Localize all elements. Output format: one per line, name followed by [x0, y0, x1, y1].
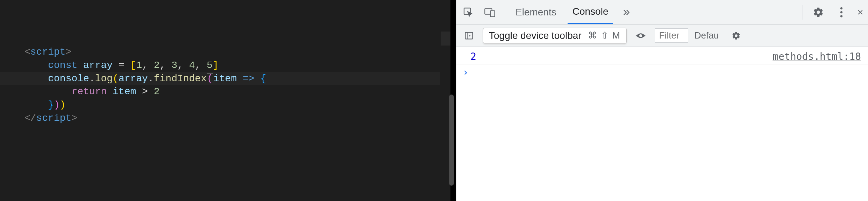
line-highlight — [0, 72, 440, 85]
prompt-caret-icon: › — [463, 67, 469, 78]
tooltip-label: Toggle device toolbar — [489, 30, 582, 41]
console-source-link[interactable]: methods.html:18 — [773, 51, 861, 62]
code-line: <script> — [24, 46, 440, 59]
console-prompt[interactable]: › — [456, 64, 868, 80]
console-settings-icon[interactable] — [732, 28, 741, 43]
console-log-row[interactable]: 2 methods.html:18 — [456, 49, 868, 64]
tab-elements[interactable]: Elements — [511, 0, 561, 24]
editor-minimap — [440, 0, 450, 201]
console-output-area[interactable]: 2 methods.html:18 › — [456, 47, 868, 201]
svg-point-5 — [840, 15, 842, 17]
tooltip-shortcut: ⌘ ⇧ M — [588, 30, 621, 41]
svg-point-3 — [840, 7, 842, 9]
more-tabs-icon[interactable]: » — [619, 6, 633, 19]
svg-point-4 — [840, 11, 842, 13]
toolbar-divider — [504, 5, 504, 20]
levels-dropdown[interactable]: Defau — [695, 30, 719, 41]
console-value: 2 — [470, 51, 476, 62]
toolbar-divider — [803, 5, 803, 20]
svg-point-8 — [639, 34, 642, 37]
code-line: const array = [1, 2, 3, 4, 5] — [24, 59, 440, 72]
filter-input[interactable] — [655, 28, 688, 43]
settings-icon[interactable] — [811, 5, 826, 20]
code-line: </script> — [24, 112, 440, 125]
code-line: return item > 2 — [24, 85, 440, 98]
editor-content: <script> const array = [1, 2, 3, 4, 5] c… — [0, 0, 440, 125]
tab-console[interactable]: Console — [568, 0, 613, 24]
svg-rect-2 — [490, 11, 495, 16]
scrollbar-thumb[interactable] — [449, 95, 454, 186]
toggle-device-icon[interactable] — [482, 5, 498, 20]
toolbar-divider — [725, 28, 725, 43]
console-sidebar-toggle-icon[interactable] — [461, 28, 477, 43]
svg-rect-6 — [465, 32, 473, 39]
code-line: })) — [24, 98, 440, 112]
inspect-element-icon[interactable] — [461, 5, 476, 20]
devtools-toolbar: Elements Console » — [456, 0, 868, 25]
live-expression-icon[interactable] — [633, 28, 648, 43]
tooltip-toggle-device: Toggle device toolbar ⌘ ⇧ M — [483, 28, 627, 44]
devtools-panel: Elements Console » — [456, 0, 868, 201]
close-icon[interactable] — [857, 5, 864, 20]
kebab-menu-icon[interactable] — [834, 5, 849, 20]
code-editor[interactable]: <script> const array = [1, 2, 3, 4, 5] c… — [0, 0, 440, 201]
console-subtoolbar: Toggle device toolbar ⌘ ⇧ M Defau — [456, 25, 868, 47]
